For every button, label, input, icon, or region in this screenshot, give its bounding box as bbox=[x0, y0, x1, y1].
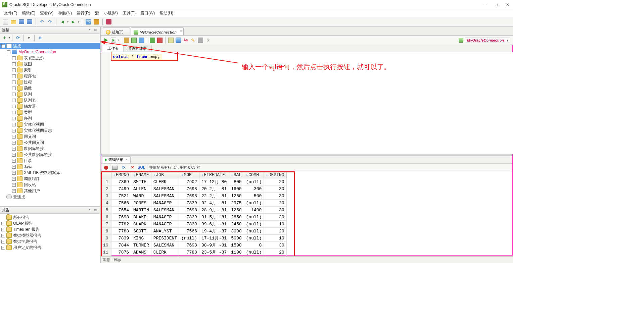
menu-view[interactable]: 查看(V) bbox=[38, 10, 55, 17]
grid-rownum-cell[interactable]: 5 bbox=[101, 207, 111, 214]
sql-worksheet-button[interactable]: SQL bbox=[85, 18, 92, 25]
clear-button[interactable]: ✎ bbox=[190, 37, 196, 44]
tree-toggle-icon[interactable]: + bbox=[12, 105, 16, 108]
tree-report-item[interactable]: +TimesTen 报告 bbox=[0, 226, 100, 232]
grid-cell[interactable]: (null) bbox=[244, 256, 264, 257]
tree-toggle-icon[interactable]: + bbox=[12, 74, 16, 78]
grid-header[interactable]: ⇕HIREDATE bbox=[199, 172, 229, 178]
grid-cell[interactable]: 2975 bbox=[229, 200, 244, 207]
grid-cell[interactable]: PRESIDENT bbox=[151, 235, 179, 242]
grid-cell[interactable]: 20 bbox=[264, 249, 286, 256]
grid-cell[interactable]: MARTIN bbox=[131, 207, 151, 214]
grid-rownum-cell[interactable]: 2 bbox=[101, 185, 111, 192]
results-grid[interactable]: ⇕EMPNO⇕ENAME⇕JOB⇕MGR⇕HIREDATE⇕SAL⇕COMM⇕D… bbox=[101, 171, 287, 256]
grid-cell[interactable]: ANALYST bbox=[151, 228, 179, 235]
grid-cell[interactable]: 20-2月 -81 bbox=[199, 185, 229, 192]
grid-rownum-cell[interactable]: 12 bbox=[101, 256, 111, 257]
tree-toggle-icon[interactable]: + bbox=[12, 141, 16, 145]
table-row[interactable]: 87788SCOTTANALYST756619-4月 -873000(null)… bbox=[101, 228, 287, 235]
results-tab-close-icon[interactable]: × bbox=[126, 158, 128, 162]
grid-cell[interactable]: MANAGER bbox=[151, 200, 179, 207]
grid-cell[interactable]: 7782 bbox=[111, 221, 131, 228]
grid-rownum-cell[interactable]: 3 bbox=[101, 192, 111, 200]
tree-toggle-icon[interactable]: + bbox=[1, 228, 5, 231]
grid-rownum-cell[interactable]: 4 bbox=[101, 200, 111, 207]
tree-all-reports[interactable]: 所有报告 bbox=[0, 214, 100, 220]
grid-cell[interactable]: 7654 bbox=[111, 207, 131, 214]
grid-cell[interactable]: 7839 bbox=[111, 235, 131, 242]
menu-help[interactable]: 帮助(H) bbox=[157, 10, 175, 17]
open-button[interactable] bbox=[10, 18, 17, 25]
tree-toggle-icon[interactable]: + bbox=[1, 234, 5, 237]
results-grid-wrap[interactable]: ⇕EMPNO⇕ENAME⇕JOB⇕MGR⇕HIREDATE⇕SAL⇕COMM⇕D… bbox=[101, 171, 513, 256]
tree-toggle-icon[interactable]: − bbox=[1, 44, 5, 48]
grid-cell[interactable]: 1250 bbox=[229, 207, 244, 214]
connection-selector[interactable]: MyOracleConnection bbox=[465, 38, 510, 43]
grid-cell[interactable]: (null) bbox=[244, 200, 264, 207]
grid-cell[interactable]: 30 bbox=[264, 192, 286, 200]
grid-cell[interactable]: SALESMAN bbox=[151, 242, 179, 249]
grid-cell[interactable]: 30 bbox=[264, 214, 286, 221]
table-row[interactable]: 47566JONESMANAGER783902-4月 -812975(null)… bbox=[101, 200, 287, 207]
table-row[interactable]: 77782CLARKMANAGER783909-6月 -812450(null)… bbox=[101, 221, 287, 228]
table-row[interactable]: 67698BLAKEMANAGER783901-5月 -812850(null)… bbox=[101, 214, 287, 221]
tree-toggle-icon[interactable]: + bbox=[1, 246, 5, 250]
grid-header[interactable]: ⇕SAL bbox=[229, 172, 244, 178]
tree-toggle-icon[interactable]: + bbox=[12, 177, 16, 181]
grid-cell[interactable]: 7698 bbox=[179, 185, 199, 192]
grid-cell[interactable]: 30 bbox=[264, 242, 286, 249]
tree-item[interactable]: +队列表 bbox=[0, 97, 100, 103]
grid-cell[interactable]: 1100 bbox=[229, 249, 244, 256]
grid-cell[interactable]: 08-9月 -81 bbox=[199, 242, 229, 249]
reports-tree[interactable]: 所有报告 +OLAP 报告+TimesTen 报告+数据模型器报告+数据字典报告… bbox=[0, 214, 100, 263]
tree-toggle-icon[interactable]: + bbox=[12, 80, 16, 84]
menu-file[interactable]: 文件(F) bbox=[2, 10, 19, 17]
menu-source[interactable]: 源 bbox=[93, 10, 101, 17]
grid-cell[interactable]: 950 bbox=[229, 256, 244, 257]
grid-cell[interactable]: 7698 bbox=[179, 207, 199, 214]
grid-cell[interactable]: ADAMS bbox=[131, 249, 151, 256]
tree-item[interactable]: +实体化视图 bbox=[0, 121, 100, 127]
grid-cell[interactable]: 7788 bbox=[179, 249, 199, 256]
grid-cell[interactable]: 1400 bbox=[244, 207, 264, 214]
grid-header[interactable]: ⇕EMPNO bbox=[111, 172, 131, 178]
grid-cell[interactable]: 17-11月-81 bbox=[199, 235, 229, 242]
table-row[interactable]: 127900JAMESCLERK769803-12月-81950(null)30 bbox=[101, 256, 287, 257]
grid-cell[interactable]: 7521 bbox=[111, 192, 131, 200]
grid-cell[interactable]: 7876 bbox=[111, 249, 131, 256]
tree-toggle-icon[interactable]: + bbox=[12, 135, 16, 139]
tree-toggle-icon[interactable]: + bbox=[12, 99, 16, 102]
tree-item[interactable]: +表 (已过滤) bbox=[0, 55, 100, 61]
grid-rownum-cell[interactable]: 10 bbox=[101, 242, 111, 249]
db-navigator-button[interactable] bbox=[105, 18, 112, 25]
refresh-connections-button[interactable]: ⟳ bbox=[14, 35, 21, 41]
tree-toggle-icon[interactable]: + bbox=[12, 147, 16, 151]
grid-cell[interactable]: KING bbox=[131, 235, 151, 242]
bottom-status-strip[interactable]: 消息 - 日志 bbox=[101, 256, 513, 263]
tree-toggle-icon[interactable]: + bbox=[12, 189, 16, 193]
grid-cell[interactable]: 7698 bbox=[111, 214, 131, 221]
tree-item[interactable]: +Java bbox=[0, 164, 100, 170]
worksheet-tab-worksheet[interactable]: 工作表 bbox=[103, 45, 124, 52]
grid-cell[interactable]: 800 bbox=[229, 178, 244, 185]
grid-cell[interactable]: (null) bbox=[244, 178, 264, 185]
table-row[interactable]: 37521WARDSALESMAN769822-2月 -81125050030 bbox=[101, 192, 287, 200]
grid-rownum-cell[interactable]: 7 bbox=[101, 221, 111, 228]
explain-plan-button[interactable] bbox=[123, 37, 130, 44]
sql-tuning-button[interactable] bbox=[138, 37, 145, 44]
grid-cell[interactable]: SMITH bbox=[131, 178, 151, 185]
tree-item[interactable]: +视图 bbox=[0, 61, 100, 67]
unshared-worksheet-button[interactable] bbox=[168, 37, 174, 44]
delete-results-button[interactable]: ✖ bbox=[129, 164, 136, 171]
close-button[interactable]: ✕ bbox=[506, 2, 510, 7]
grid-cell[interactable]: CLERK bbox=[151, 249, 179, 256]
grid-header[interactable]: ⇕MGR bbox=[179, 172, 199, 178]
grid-cell[interactable]: 20 bbox=[264, 228, 286, 235]
tree-item[interactable]: +索引 bbox=[0, 67, 100, 73]
grid-cell[interactable]: MANAGER bbox=[151, 214, 179, 221]
grid-cell[interactable]: 1250 bbox=[229, 192, 244, 200]
expand-connections-button[interactable]: ⧉ bbox=[37, 35, 43, 41]
tree-report-item[interactable]: +用户定义的报告 bbox=[0, 244, 100, 251]
table-row[interactable]: 97839KINGPRESIDENT(null)17-11月-815000(nu… bbox=[101, 235, 287, 242]
tree-toggle-icon[interactable]: + bbox=[12, 117, 16, 120]
